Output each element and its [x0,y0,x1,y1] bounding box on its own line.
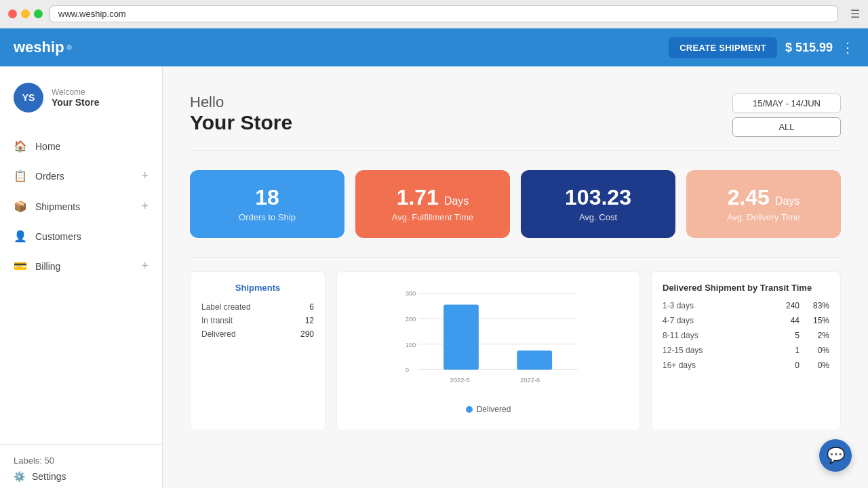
svg-text:0: 0 [406,366,409,373]
delivered-value: 290 [300,329,314,339]
filter-all-button[interactable]: ALL [732,117,841,137]
bar-chart-svg: 300 200 100 0 [348,288,629,396]
label-created-value: 6 [309,302,314,312]
charts-section: Shipments Label created 6 In transit 12 … [190,257,841,431]
shipments-icon: 📦 [14,200,27,213]
sidebar: YS Welcome Your Store 🏠 Home 📋 Orders + [0,66,163,488]
sidebar-item-orders[interactable]: 📋 Orders + [0,161,162,191]
settings-label: Settings [32,471,66,482]
sidebar-item-orders-label: Orders [35,171,64,182]
home-icon: 🏠 [14,140,27,152]
shipments-expand-icon[interactable]: + [141,199,149,214]
transit-row-4-7: 4-7 days 44 15% [663,316,829,325]
legend-label: Delivered [477,405,511,414]
stat-cards: 18 Orders to Ship 1.71 Days Avg. Fulfill… [190,170,841,238]
settings-item[interactable]: ⚙️ Settings [14,471,149,482]
avg-delivery-unit: Days [775,195,800,207]
delivered-label: Delivered [201,329,236,339]
transit-range-12-15: 12-15 days [663,346,770,355]
svg-text:300: 300 [406,289,416,297]
sidebar-item-billing[interactable]: 💳 Billing + [0,251,162,281]
transit-pct-12-15: 0% [802,346,829,355]
billing-icon: 💳 [14,260,27,272]
browser-menu-icon[interactable]: ☰ [850,7,860,20]
label-created-row: Label created 6 [201,302,314,312]
content-area: Hello Your Store 15/MAY - 14/JUN ALL 18 … [163,66,868,488]
transit-count-16plus: 0 [772,361,800,370]
content-header: Hello Your Store 15/MAY - 14/JUN ALL [190,87,841,151]
welcome-text: Welcome [52,87,100,97]
avg-fulfillment-number: 1.71 [397,186,439,208]
transit-pct-16plus: 0% [802,361,829,370]
logo-text: weship [14,39,64,56]
main-layout: YS Welcome Your Store 🏠 Home 📋 Orders + [0,66,868,488]
sidebar-item-shipments[interactable]: 📦 Shipments + [0,191,162,222]
logo: weship ® [14,39,72,56]
stat-card-orders-to-ship: 18 Orders to Ship [190,170,344,238]
customers-icon: 👤 [14,230,27,243]
transit-count-12-15: 1 [772,346,800,355]
orders-to-ship-number: 18 [255,186,279,208]
avg-fulfillment-unit: Days [444,195,469,207]
close-icon[interactable] [8,9,17,18]
settings-icon: ⚙️ [14,471,25,482]
bar-chart-panel: 300 200 100 0 [336,271,640,431]
avg-fulfillment-label: Avg. Fulfillment Time [392,212,473,222]
svg-text:200: 200 [406,315,416,323]
transit-range-8-11: 8-11 days [663,331,770,340]
svg-text:100: 100 [406,341,416,348]
transit-range-16plus: 16+ days [663,361,770,370]
store-title: Your Store [190,111,292,134]
top-nav: weship ® CREATE SHIPMENT $ 515.99 ⋮ [0,28,868,66]
nav-more-icon[interactable]: ⋮ [841,39,854,56]
date-filters: 15/MAY - 14/JUN ALL [732,94,841,137]
svg-text:2022-6: 2022-6 [520,376,540,384]
sidebar-item-customers[interactable]: 👤 Customers [0,222,162,251]
shipments-panel: Shipments Label created 6 In transit 12 … [190,271,326,431]
orders-to-ship-label: Orders to Ship [239,212,296,222]
transit-range-4-7: 4-7 days [663,316,770,325]
create-shipment-button[interactable]: CREATE SHIPMENT [669,37,777,58]
balance-display: $ 515.99 [785,41,833,55]
user-section: YS Welcome Your Store [0,77,162,126]
sidebar-item-home-label: Home [35,141,60,152]
sidebar-item-shipments-label: Shipments [35,201,80,212]
transit-range-1-3: 1-3 days [663,301,770,310]
nav-right: CREATE SHIPMENT $ 515.99 ⋮ [669,37,854,58]
legend-dot [466,406,473,413]
maximize-icon[interactable] [34,9,43,18]
orders-expand-icon[interactable]: + [141,169,149,183]
transit-pct-4-7: 15% [802,316,829,325]
chat-button[interactable]: 💬 [819,439,852,472]
in-transit-label: In transit [201,316,233,325]
transit-pct-1-3: 83% [802,301,829,310]
chat-icon: 💬 [827,447,845,464]
in-transit-value: 12 [305,316,314,325]
date-range-button[interactable]: 15/MAY - 14/JUN [732,94,841,113]
transit-count-8-11: 5 [772,331,800,340]
delivered-row: Delivered 290 [201,329,314,339]
avg-cost-label: Avg. Cost [579,212,617,222]
transit-time-panel: Delivered Shipment by Transit Time 1-3 d… [651,271,841,431]
transit-count-1-3: 240 [772,301,800,310]
nav-items: 🏠 Home 📋 Orders + 📦 Shipments + [0,126,162,444]
avg-delivery-label: Avg. Delivery Time [727,212,800,222]
avatar: YS [14,83,43,113]
transit-title: Delivered Shipment by Transit Time [663,283,829,293]
in-transit-row: In transit 12 [201,316,314,325]
sidebar-item-home[interactable]: 🏠 Home [0,131,162,161]
stat-card-avg-fulfillment: 1.71 Days Avg. Fulfillment Time [355,170,510,238]
transit-row-8-11: 8-11 days 5 2% [663,331,829,340]
avg-delivery-number: 2.45 [728,186,770,208]
minimize-icon[interactable] [21,9,30,18]
greeting-text: Hello [190,94,292,111]
url-bar[interactable]: www.weship.com [50,5,838,22]
billing-expand-icon[interactable]: + [141,259,149,273]
sidebar-bottom: Labels: 50 ⚙️ Settings [0,444,162,488]
sidebar-item-billing-label: Billing [35,261,60,272]
stat-card-avg-delivery: 2.45 Days Avg. Delivery Time [686,170,841,238]
transit-row-16plus: 16+ days 0 0% [663,361,829,370]
transit-count-4-7: 44 [772,316,800,325]
orders-icon: 📋 [14,169,27,182]
greeting-section: Hello Your Store [190,94,292,134]
